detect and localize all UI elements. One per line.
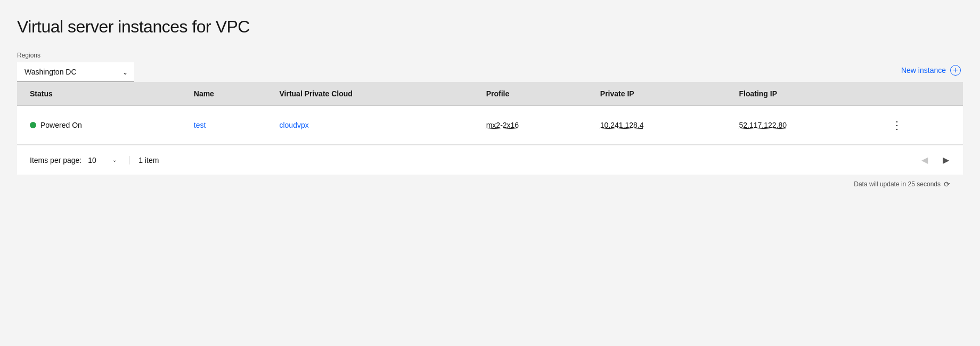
cell-name: test xyxy=(185,106,271,145)
overflow-menu-button[interactable]: ⋮ xyxy=(887,117,907,134)
update-notice-text: Data will update in 25 seconds xyxy=(854,180,941,188)
private-ip-value: 10.241.128.4 xyxy=(600,121,644,129)
col-header-profile: Profile xyxy=(478,82,592,106)
cell-overflow: ⋮ xyxy=(879,106,963,145)
update-notice: Data will update in 25 seconds ⟳ xyxy=(17,175,963,194)
col-header-private-ip: Private IP xyxy=(592,82,731,106)
per-page-wrapper: 10 20 50 100 ⌄ xyxy=(86,156,117,164)
region-select[interactable]: Washington DC Dallas Frankfurt London Sy… xyxy=(17,62,134,82)
table-body: Powered On test cloudvpx mx2-2x16 10.241… xyxy=(17,106,963,145)
toolbar-row: Regions Washington DC Dallas Frankfurt L… xyxy=(17,52,963,82)
page-title: Virtual server instances for VPC xyxy=(17,17,963,37)
table-row: Powered On test cloudvpx mx2-2x16 10.241… xyxy=(17,106,963,145)
region-selector-group: Regions Washington DC Dallas Frankfurt L… xyxy=(17,52,134,82)
cell-vpc: cloudvpx xyxy=(271,106,477,145)
page-container: Virtual server instances for VPC Regions… xyxy=(0,0,980,346)
pagination-next-button[interactable]: ▶ xyxy=(937,152,954,168)
refresh-icon[interactable]: ⟳ xyxy=(944,180,950,188)
region-select-wrapper: Washington DC Dallas Frankfurt London Sy… xyxy=(17,62,134,82)
col-header-name: Name xyxy=(185,82,271,106)
items-per-page-label: Items per page: xyxy=(30,156,81,164)
per-page-chevron-icon: ⌄ xyxy=(112,157,117,163)
items-per-page-select[interactable]: 10 20 50 100 xyxy=(86,156,111,164)
cell-status: Powered On xyxy=(17,106,185,145)
floating-ip-value: 52.117.122.80 xyxy=(739,121,787,129)
status-cell: Powered On xyxy=(30,121,177,129)
profile-value[interactable]: mx2-2x16 xyxy=(486,121,519,129)
col-header-status: Status xyxy=(17,82,185,106)
regions-label: Regions xyxy=(17,52,134,59)
col-header-actions xyxy=(879,82,963,106)
status-dot-powered-on xyxy=(30,122,36,128)
cell-profile: mx2-2x16 xyxy=(478,106,592,145)
status-label: Powered On xyxy=(40,121,82,129)
cell-private-ip: 10.241.128.4 xyxy=(592,106,731,145)
col-header-vpc: Virtual Private Cloud xyxy=(271,82,477,106)
instance-name-link[interactable]: test xyxy=(194,121,206,129)
cell-floating-ip: 52.117.122.80 xyxy=(730,106,878,145)
pagination-bar: Items per page: 10 20 50 100 ⌄ 1 item ◀ … xyxy=(17,145,963,175)
plus-circle-icon: + xyxy=(950,65,961,76)
pagination-right: ◀ ▶ xyxy=(916,152,954,168)
table-wrapper: Status Name Virtual Private Cloud Profil… xyxy=(17,82,963,175)
vpc-link[interactable]: cloudvpx xyxy=(279,121,308,129)
pagination-left: Items per page: 10 20 50 100 ⌄ 1 item xyxy=(30,156,159,164)
table-header: Status Name Virtual Private Cloud Profil… xyxy=(17,82,963,106)
new-instance-label: New instance xyxy=(901,66,946,75)
instances-table: Status Name Virtual Private Cloud Profil… xyxy=(17,82,963,145)
col-header-floating-ip: Floating IP xyxy=(730,82,878,106)
pagination-prev-button[interactable]: ◀ xyxy=(916,152,933,168)
new-instance-button[interactable]: New instance + xyxy=(899,61,963,80)
items-count: 1 item xyxy=(129,156,159,164)
table-header-row: Status Name Virtual Private Cloud Profil… xyxy=(17,82,963,106)
